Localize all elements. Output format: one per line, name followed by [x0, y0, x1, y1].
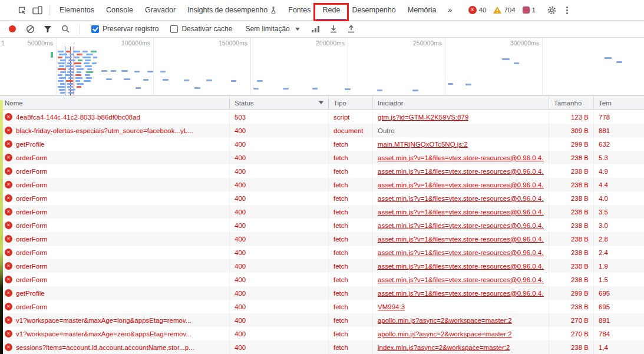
column-label: Iniciador: [378, 100, 403, 107]
request-initiator-link[interactable]: index.min.js?async=2&workspace=master:2: [378, 344, 510, 351]
clear-network-log-button[interactable]: [22, 21, 38, 37]
request-initiator-link[interactable]: asset.min.js?v=1&files=vtex.store-resour…: [378, 154, 544, 161]
request-initiator-link[interactable]: asset.min.js?v=1&files=vtex.store-resour…: [378, 222, 544, 229]
request-initiator-link[interactable]: asset.min.js?v=1&files=vtex.store-resour…: [378, 276, 544, 283]
request-initiator-link[interactable]: gtm.js?id=GTM-K2K59VS:879: [378, 114, 468, 121]
request-size: 238 B: [549, 151, 594, 164]
network-request-row[interactable]: ×orderForm400fetchasset.min.js?v=1&files…: [0, 164, 644, 178]
tab-desempenho[interactable]: Desempenho: [346, 0, 401, 20]
request-name-cell: ×orderForm: [0, 191, 230, 205]
request-name-cell: ×orderForm: [0, 219, 230, 232]
network-request-row[interactable]: ×black-friday-ofertas-especiais?utm_sour…: [0, 124, 644, 137]
request-initiator-link[interactable]: apollo.min.js?async=2&workspace=master:2: [378, 330, 512, 338]
console-warnings-badge[interactable]: 704: [493, 6, 515, 14]
disable-cache-toggle[interactable]: Desativar cache: [170, 25, 232, 33]
timeline-request-bar: [206, 80, 212, 81]
request-failed-icon: ×: [5, 303, 12, 310]
toggle-device-toolbar-button[interactable]: [29, 2, 45, 18]
timeline-request-bar: [58, 80, 64, 82]
inspect-element-button[interactable]: [14, 2, 29, 18]
network-request-row[interactable]: ×orderForm400fetchasset.min.js?v=1&files…: [0, 273, 644, 286]
request-size: 238 B: [549, 191, 594, 205]
search-button[interactable]: [58, 21, 73, 37]
network-conditions-button[interactable]: [308, 21, 323, 37]
network-request-row[interactable]: ×orderForm400fetchasset.min.js?v=1&files…: [0, 232, 644, 246]
network-request-row[interactable]: ×orderForm400fetchasset.min.js?v=1&files…: [0, 178, 644, 191]
timeline-request-bar: [68, 68, 74, 70]
request-time: 891: [594, 313, 644, 327]
request-initiator-link[interactable]: asset.min.js?v=1&files=vtex.store-resour…: [378, 209, 544, 216]
timeline-request-bar: [84, 80, 91, 82]
network-request-row[interactable]: ×orderForm400fetchasset.min.js?v=1&files…: [0, 259, 644, 273]
tab-elementos[interactable]: Elementos: [54, 0, 100, 20]
column-header-size[interactable]: Tamanho: [549, 96, 594, 110]
network-request-row[interactable]: ×getProfile400fetchmain.MTRjNGQxOTc5NQ.j…: [0, 137, 644, 151]
request-initiator-link[interactable]: asset.min.js?v=1&files=vtex.store-resour…: [378, 290, 544, 297]
request-initiator-link[interactable]: asset.min.js?v=1&files=vtex.store-resour…: [378, 168, 544, 175]
gear-icon: [547, 5, 557, 15]
request-status: 400: [230, 340, 329, 354]
network-request-row[interactable]: ×v1?workspace=master&maxAge=long&appsEta…: [0, 313, 644, 327]
more-options-button[interactable]: [559, 2, 574, 18]
network-request-row[interactable]: ×v1?workspace=master&maxAge=zero&appsEta…: [0, 327, 644, 340]
column-header-initiator[interactable]: Iniciador: [373, 96, 549, 110]
timeline-request-bar: [66, 51, 71, 52]
network-request-row[interactable]: ×orderForm400fetchVM994:3238 B695: [0, 300, 644, 313]
request-name-cell: ×orderForm: [0, 273, 230, 286]
timeline-partial-label: 1: [1, 39, 5, 47]
timeline-request-bar: [78, 59, 82, 61]
request-name: v1?workspace=master&maxAge=zero&appsEtag…: [16, 330, 191, 338]
more-tabs-button[interactable]: »: [442, 0, 458, 20]
settings-button[interactable]: [544, 2, 559, 18]
request-initiator-link[interactable]: apollo.min.js?async=2&workspace=master:2: [378, 317, 512, 324]
network-overview-timeline[interactable]: 1 50000ms100000ms150000ms200000ms250000m…: [0, 38, 644, 96]
request-initiator-link[interactable]: asset.min.js?v=1&files=vtex.store-resour…: [378, 195, 544, 202]
network-request-row[interactable]: ×orderForm400fetchasset.min.js?v=1&files…: [0, 246, 644, 259]
request-name: getProfile: [16, 141, 45, 148]
timeline-gridline: [445, 38, 445, 95]
export-har-button[interactable]: [344, 21, 359, 37]
network-request-row[interactable]: ×orderForm400fetchasset.min.js?v=1&files…: [0, 151, 644, 164]
request-initiator-link[interactable]: asset.min.js?v=1&files=vtex.store-resour…: [378, 263, 544, 270]
import-har-button[interactable]: [326, 21, 341, 37]
column-header-time[interactable]: Tem: [594, 96, 644, 110]
issues-badge[interactable]: 1: [523, 6, 536, 14]
tab-label: Rede: [322, 6, 340, 14]
tab-rede[interactable]: Rede: [316, 0, 346, 20]
record-network-log-button[interactable]: [5, 21, 20, 37]
timeline-gridline: [153, 38, 154, 95]
network-request-row[interactable]: ×orderForm400fetchasset.min.js?v=1&files…: [0, 191, 644, 205]
filter-button[interactable]: [40, 21, 55, 37]
timeline-request-bar: [91, 51, 97, 52]
network-request-row[interactable]: ×getProfile400fetchasset.min.js?v=1&file…: [0, 286, 644, 300]
preserve-log-toggle[interactable]: Preservar registro: [91, 25, 158, 33]
timeline-request-bar: [65, 74, 73, 76]
tab-label: Insights de desempenho: [187, 6, 267, 14]
timeline-tick-label: 300000ms: [510, 39, 542, 47]
throttling-dropdown[interactable]: Sem limitação: [245, 25, 299, 33]
column-header-status[interactable]: Status: [230, 96, 329, 110]
request-initiator-link[interactable]: VM994:3: [378, 303, 405, 310]
tab-gravador[interactable]: Gravador: [139, 0, 181, 20]
request-initiator-link[interactable]: asset.min.js?v=1&files=vtex.store-resour…: [378, 236, 544, 243]
console-errors-badge[interactable]: × 40: [468, 6, 487, 14]
tab-console[interactable]: Console: [100, 0, 139, 20]
request-initiator-link[interactable]: asset.min.js?v=1&files=vtex.store-resour…: [378, 181, 544, 188]
column-label: Tamanho: [554, 100, 582, 107]
column-header-type[interactable]: Tipo: [329, 96, 373, 110]
request-initiator-link[interactable]: main.MTRjNGQxOTc5NQ.js:2: [378, 141, 468, 148]
tab-insights-de-desempenho[interactable]: Insights de desempenho: [181, 0, 282, 20]
network-request-row[interactable]: ×4ea8fca4-144c-41c2-8033-b86df0bc08ad503…: [0, 110, 644, 124]
timeline-request-bar: [65, 57, 72, 58]
request-initiator-cell: Outro: [373, 124, 549, 137]
request-initiator-link[interactable]: asset.min.js?v=1&files=vtex.store-resour…: [378, 249, 544, 256]
request-name-cell: ×orderForm: [0, 246, 230, 259]
network-request-row[interactable]: ×sessions?items=account.id,account.accou…: [0, 340, 644, 354]
tab-fontes[interactable]: Fontes: [282, 0, 316, 20]
tab-mem-ria[interactable]: Memória: [402, 0, 442, 20]
network-request-row[interactable]: ×orderForm400fetchasset.min.js?v=1&files…: [0, 205, 644, 219]
column-header-name[interactable]: Nome: [0, 96, 230, 110]
network-request-row[interactable]: ×orderForm400fetchasset.min.js?v=1&files…: [0, 219, 644, 232]
request-initiator-cell: apollo.min.js?async=2&workspace=master:2: [373, 327, 549, 340]
request-time: 695: [594, 300, 644, 313]
